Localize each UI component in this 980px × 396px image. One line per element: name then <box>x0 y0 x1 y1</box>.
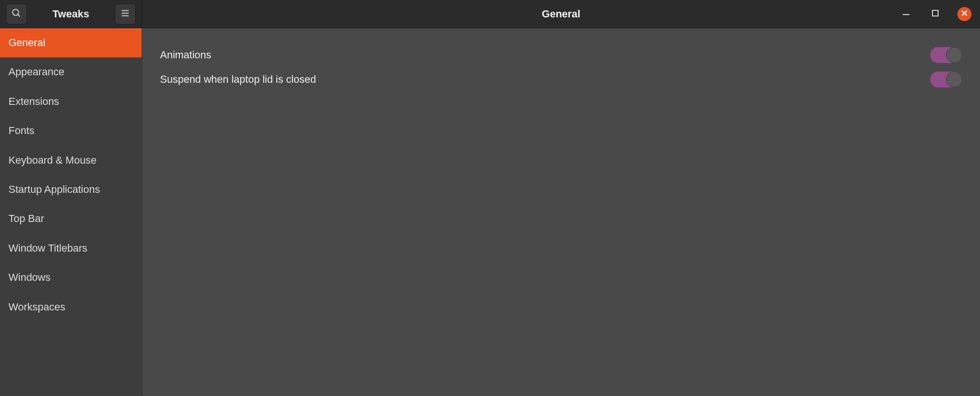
minimize-button[interactable] <box>899 7 913 21</box>
setting-suspend-lid-row: Suspend when laptop lid is closed <box>160 71 962 87</box>
page-title: General <box>542 8 580 20</box>
svg-rect-6 <box>932 10 938 16</box>
body-area: GeneralAppearanceExtensionsFontsKeyboard… <box>0 28 980 396</box>
sidebar-item-general[interactable]: General <box>0 28 142 57</box>
sidebar-item-window-titlebars[interactable]: Window Titlebars <box>0 234 142 263</box>
setting-animations-toggle[interactable] <box>930 47 962 63</box>
titlebar-right: General <box>142 0 980 28</box>
sidebar-item-workspaces[interactable]: Workspaces <box>0 293 142 322</box>
search-icon <box>11 8 22 20</box>
sidebar-item-extensions[interactable]: Extensions <box>0 87 142 116</box>
close-icon <box>961 10 968 18</box>
sidebar-item-label: Extensions <box>8 95 59 107</box>
app-window: Tweaks General <box>0 0 980 396</box>
sidebar-item-label: Windows <box>8 271 50 283</box>
maximize-icon <box>932 9 939 19</box>
sidebar-item-label: Appearance <box>8 66 64 78</box>
close-button[interactable] <box>957 7 972 21</box>
sidebar-item-label: Window Titlebars <box>8 242 88 254</box>
sidebar-item-top-bar[interactable]: Top Bar <box>0 204 142 233</box>
sidebar-item-label: Keyboard & Mouse <box>8 154 96 166</box>
maximize-button[interactable] <box>928 7 942 21</box>
titlebar-left: Tweaks <box>0 0 142 28</box>
sidebar-item-label: General <box>8 37 45 48</box>
menu-button[interactable] <box>115 4 136 24</box>
sidebar-item-appearance[interactable]: Appearance <box>0 57 142 87</box>
sidebar-item-windows[interactable]: Windows <box>0 263 142 292</box>
setting-suspend-lid-label: Suspend when laptop lid is closed <box>160 73 316 86</box>
sidebar-item-keyboard-mouse[interactable]: Keyboard & Mouse <box>0 146 142 175</box>
setting-animations-label: Animations <box>160 49 211 61</box>
sidebar-item-label: Startup Applications <box>8 183 100 195</box>
minimize-icon <box>902 9 910 19</box>
setting-animations-row: Animations <box>160 47 962 63</box>
svg-line-1 <box>18 14 20 16</box>
toggle-knob <box>946 47 962 63</box>
sidebar-item-startup-applications[interactable]: Startup Applications <box>0 175 142 204</box>
sidebar-item-fonts[interactable]: Fonts <box>0 116 142 145</box>
app-title: Tweaks <box>33 8 109 20</box>
sidebar-item-label: Workspaces <box>8 301 65 313</box>
hamburger-icon <box>120 8 130 20</box>
sidebar-item-label: Top Bar <box>8 213 44 224</box>
setting-suspend-lid-toggle[interactable] <box>930 71 962 87</box>
svg-point-0 <box>13 9 19 15</box>
search-button[interactable] <box>6 4 27 24</box>
sidebar: GeneralAppearanceExtensionsFontsKeyboard… <box>0 28 142 396</box>
toggle-knob <box>946 71 962 87</box>
titlebar: Tweaks General <box>0 0 980 28</box>
window-controls <box>899 7 972 21</box>
content-panel: AnimationsSuspend when laptop lid is clo… <box>142 28 980 396</box>
sidebar-item-label: Fonts <box>8 125 34 136</box>
